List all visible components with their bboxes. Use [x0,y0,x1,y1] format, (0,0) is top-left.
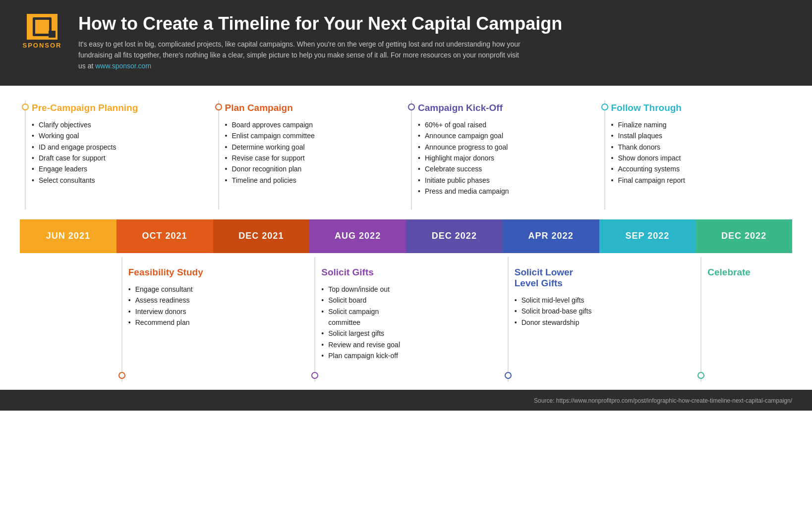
list-item: Final campaign report [611,175,785,186]
list-item: Enlist campaign committee [225,130,399,141]
list-item: Select consultants [32,175,205,186]
list-item: Interview donors [128,306,208,317]
source-text: Source: https://www.nonprofitpro.com/pos… [534,397,792,404]
list-item: Assess readiness [128,295,208,306]
phase-celebrate: Celebrate [696,257,792,382]
phase-follow-through: Follow Through Finalize naming Install p… [599,101,793,210]
header: SPONSOR How to Create a Timeline for You… [0,0,812,86]
list-item: Press and media campaign [418,186,591,197]
phase-title-solicit-gifts: Solicit Gifts [321,267,401,278]
phase-list-campaign-kickoff: 60%+ of goal raised Announce campaign go… [418,119,591,197]
list-item: Plan campaign kick-off [321,350,401,361]
bottom-col-empty-5 [406,257,503,382]
date-sep2022: SEP 2022 [599,219,696,253]
phase-list-solicit-lower: Solicit mid-level gifts Solicit broad-ba… [515,295,594,328]
list-item: Install plaques [611,130,785,141]
phase-title-feasibility: Feasibility Study [128,267,208,278]
list-item: Accounting systems [611,163,785,174]
list-item: ID and engage prospects [32,142,205,153]
date-dec2022b: DEC 2022 [696,219,792,253]
list-item: Recommend plan [128,317,208,328]
phase-feasibility: Feasibility Study Engage consultant Asse… [116,257,213,382]
list-item: Engage leaders [32,163,205,174]
date-dec2022a: DEC 2022 [406,219,503,253]
list-item: Solicit mid-level gifts [515,295,594,306]
sponsor-link[interactable]: www.sponsor.com [95,62,151,70]
list-item: Finalize naming [611,119,785,130]
list-item: Initiate public phases [418,175,591,186]
phase-pre-campaign: Pre-Campaign Planning Clarify objectives… [20,101,213,210]
list-item: Thank donors [611,142,785,153]
list-item: Donor stewardship [515,317,594,328]
logo-area: SPONSOR [20,14,64,49]
date-bar: JUN 2021 OCT 2021 DEC 2021 AUG 2022 DEC … [20,219,792,253]
timeline-wrapper: Pre-Campaign Planning Clarify objectives… [20,101,792,382]
date-jun2021: JUN 2021 [20,219,116,253]
date-aug2022: AUG 2022 [309,219,406,253]
list-item: Solicit largest gifts [321,328,401,339]
list-item: Announce campaign goal [418,130,591,141]
date-oct2021: OCT 2021 [116,219,213,253]
list-item: Draft case for support [32,153,205,163]
list-item: Donor recognition plan [225,163,399,174]
main-content: Pre-Campaign Planning Clarify objectives… [0,86,812,382]
list-item: Celebrate success [418,163,591,174]
list-item: Working goal [32,130,205,141]
phase-campaign-kickoff: Campaign Kick-Off 60%+ of goal raised An… [406,101,599,210]
phase-title-solicit-lower: Solicit Lower Level Gifts [515,267,594,289]
phase-title-pre-campaign: Pre-Campaign Planning [32,103,205,113]
phase-title-follow-through: Follow Through [611,103,785,113]
phase-list-solicit-gifts: Top down/inside out Solicit board Solici… [321,284,401,362]
list-item: Timeline and policies [225,175,399,186]
phase-title-celebrate: Celebrate [707,267,787,278]
list-item: Solicit broad-base gifts [515,306,594,316]
list-item: Announce progress to goal [418,142,591,153]
date-apr2022: APR 2022 [503,219,599,253]
phase-solicit-lower: Solicit Lower Level Gifts Solicit mid-le… [503,257,599,382]
list-item: Board approves campaign [225,119,399,130]
list-item: Review and revise goal [321,339,401,350]
date-dec2021: DEC 2021 [213,219,310,253]
logo-text: SPONSOR [22,42,61,49]
header-content: How to Create a Timeline for Your Next C… [78,14,792,72]
logo-icon [27,14,58,40]
list-item: Clarify objectives [32,119,205,130]
phase-title-plan-campaign: Plan Campaign [225,103,399,113]
bottom-col-empty-7 [599,257,696,382]
list-item: Show donors impact [611,153,785,163]
bottom-col-empty-1 [20,257,116,382]
list-item: Top down/inside out [321,284,401,295]
phase-solicit-gifts: Solicit Gifts Top down/inside out Solici… [309,257,406,382]
list-item: Determine working goal [225,142,399,153]
list-item: 60%+ of goal raised [418,119,591,130]
list-item: Revise case for support [225,153,399,163]
phase-list-pre-campaign: Clarify objectives Working goal ID and e… [32,119,205,186]
phase-list-follow-through: Finalize naming Install plaques Thank do… [611,119,785,186]
phase-plan-campaign: Plan Campaign Board approves campaign En… [213,101,406,210]
bottom-col-empty-3 [213,257,310,382]
phase-list-feasibility: Engage consultant Assess readiness Inter… [128,284,208,328]
list-item: Highlight major donors [418,153,591,163]
source-bar: Source: https://www.nonprofitpro.com/pos… [0,390,812,411]
phase-title-campaign-kickoff: Campaign Kick-Off [418,103,591,113]
list-item: Engage consultant [128,284,208,295]
page-title: How to Create a Timeline for Your Next C… [78,14,792,34]
header-description: It's easy to get lost in big, complicate… [78,39,524,72]
phase-list-plan-campaign: Board approves campaign Enlist campaign … [225,119,399,186]
list-item: Solicit board [321,295,401,306]
list-item: Solicit campaign committee [321,306,401,328]
